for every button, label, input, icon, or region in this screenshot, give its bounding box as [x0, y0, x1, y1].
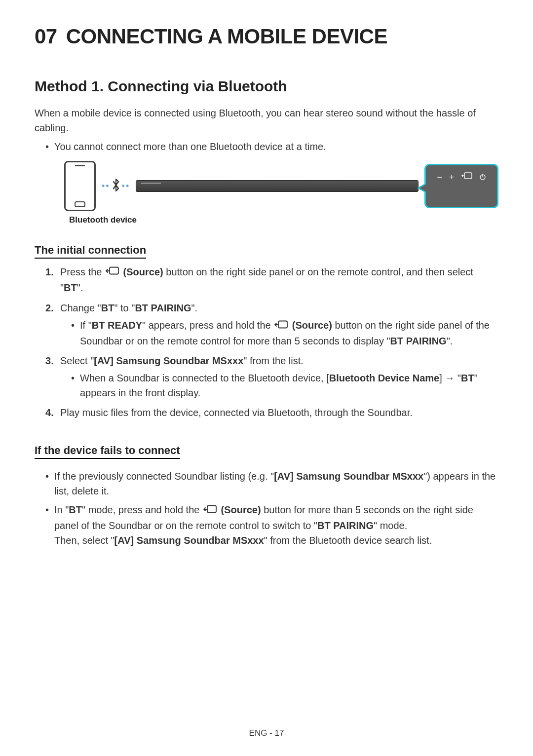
- svg-rect-4: [278, 321, 287, 328]
- source-icon: [203, 503, 217, 518]
- fails-item-2: In "BT" mode, press and hold the (Source…: [45, 502, 498, 548]
- source-icon: [106, 265, 119, 280]
- section-title: Method 1. Connecting via Bluetooth: [35, 78, 498, 95]
- diagram-caption: Bluetooth device: [69, 215, 498, 225]
- chapter-number: 07: [35, 25, 57, 48]
- svg-rect-5: [207, 505, 216, 512]
- fails-item-1: If the previously connected Soundbar lis…: [45, 469, 498, 498]
- svg-rect-0: [464, 173, 472, 179]
- arrow-right-icon: →: [445, 373, 455, 383]
- page-footer: ENG - 17: [0, 728, 533, 738]
- step-2: Change "BT" to "BT PAIRING". If "BT READ…: [45, 301, 498, 348]
- section-intro: When a mobile device is connected using …: [35, 106, 498, 135]
- fails-title: If the device fails to connect: [35, 444, 180, 459]
- step-2-sub: If "BT READY" appears, press and hold th…: [71, 318, 498, 348]
- diagram: •• •• − +: [64, 161, 498, 211]
- bluetooth-icon: [112, 179, 120, 195]
- source-icon: [461, 172, 472, 183]
- minus-icon: −: [437, 172, 442, 183]
- svg-rect-3: [110, 267, 118, 274]
- power-icon: [479, 172, 486, 183]
- phone-icon: [64, 161, 96, 211]
- bluetooth-waves-icon: •• ••: [102, 178, 130, 194]
- step-3-sub: When a Soundbar is connected to the Blue…: [71, 371, 498, 400]
- step-4: Play music files from the device, connec…: [45, 405, 498, 420]
- step-1: Press the (Source) button on the right s…: [45, 265, 498, 296]
- soundbar-illustration: [136, 180, 419, 192]
- initial-connection-title: The initial connection: [35, 244, 146, 259]
- source-icon: [274, 318, 288, 333]
- step-3: Select "[AV] Samsung Soundbar MSxxx" fro…: [45, 353, 498, 400]
- side-panel-callout: − +: [424, 164, 498, 208]
- plus-icon: +: [449, 172, 455, 183]
- chapter-heading: 07CONNECTING A MOBILE DEVICE: [35, 25, 498, 48]
- section-note: You cannot connect more than one Bluetoo…: [45, 139, 498, 154]
- chapter-title: CONNECTING A MOBILE DEVICE: [66, 25, 387, 48]
- phone-illustration: [64, 161, 96, 211]
